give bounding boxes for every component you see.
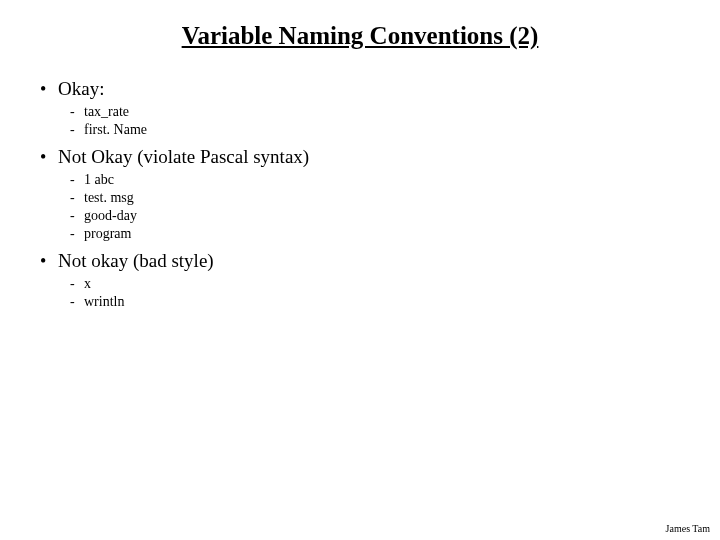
- dash-icon: -: [70, 172, 84, 188]
- bullet-icon: •: [40, 252, 58, 270]
- dash-icon: -: [70, 226, 84, 242]
- list-item: - good-day: [70, 208, 680, 224]
- bullet-item: • Not okay (bad style): [40, 250, 680, 272]
- bullet-label: Not Okay (violate Pascal syntax): [58, 146, 309, 168]
- bullet-item: • Okay:: [40, 78, 680, 100]
- list-item: - program: [70, 226, 680, 242]
- bullet-icon: •: [40, 148, 58, 166]
- sub-list: - x - wrintln: [40, 276, 680, 310]
- bullet-item: • Not Okay (violate Pascal syntax): [40, 146, 680, 168]
- list-item-label: program: [84, 226, 131, 242]
- page-title: Variable Naming Conventions (2): [40, 22, 680, 50]
- sub-list: - 1 abc - test. msg - good-day - program: [40, 172, 680, 242]
- sub-list: - tax_rate - first. Name: [40, 104, 680, 138]
- dash-icon: -: [70, 208, 84, 224]
- list-item: - wrintln: [70, 294, 680, 310]
- section-okay: • Okay: - tax_rate - first. Name: [40, 78, 680, 138]
- bullet-icon: •: [40, 80, 58, 98]
- list-item: - first. Name: [70, 122, 680, 138]
- section-not-okay-style: • Not okay (bad style) - x - wrintln: [40, 250, 680, 310]
- dash-icon: -: [70, 294, 84, 310]
- list-item: - x: [70, 276, 680, 292]
- list-item-label: 1 abc: [84, 172, 114, 188]
- list-item-label: good-day: [84, 208, 137, 224]
- list-item-label: wrintln: [84, 294, 124, 310]
- section-not-okay-syntax: • Not Okay (violate Pascal syntax) - 1 a…: [40, 146, 680, 242]
- list-item-label: tax_rate: [84, 104, 129, 120]
- list-item-label: x: [84, 276, 91, 292]
- dash-icon: -: [70, 276, 84, 292]
- bullet-label: Okay:: [58, 78, 104, 100]
- dash-icon: -: [70, 190, 84, 206]
- list-item: - test. msg: [70, 190, 680, 206]
- dash-icon: -: [70, 122, 84, 138]
- dash-icon: -: [70, 104, 84, 120]
- footer-author: James Tam: [666, 523, 710, 534]
- bullet-label: Not okay (bad style): [58, 250, 214, 272]
- list-item: - tax_rate: [70, 104, 680, 120]
- list-item-label: first. Name: [84, 122, 147, 138]
- list-item-label: test. msg: [84, 190, 134, 206]
- list-item: - 1 abc: [70, 172, 680, 188]
